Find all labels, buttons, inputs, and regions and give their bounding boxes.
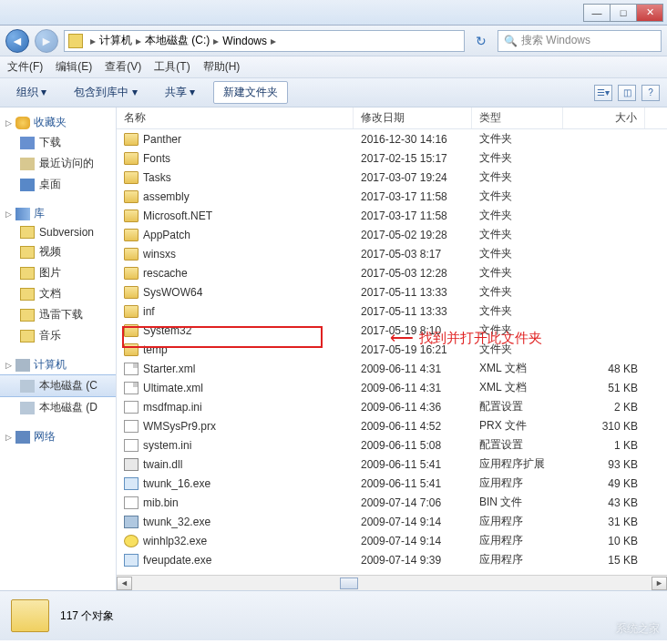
view-mode-button[interactable]: ☰▾ [594, 85, 612, 101]
table-row[interactable]: inf2017-05-11 13:33文件夹 [117, 302, 667, 321]
folder-icon [124, 152, 139, 165]
help-icon [124, 535, 139, 547]
table-row[interactable]: system.ini2009-06-11 5:08配置设置1 KB [117, 435, 667, 455]
folder-icon [124, 305, 139, 318]
search-icon: 🔍 [504, 35, 518, 47]
file-name: Microsoft.NET [143, 210, 212, 222]
table-row[interactable]: Tasks2017-03-07 19:24文件夹 [117, 168, 667, 187]
file-size: 10 KB [563, 535, 645, 547]
file-size: 43 KB [563, 496, 645, 509]
disk-icon [20, 402, 35, 414]
folder-icon [124, 324, 139, 337]
scroll-left-button[interactable]: ◄ [117, 577, 132, 590]
table-row[interactable]: winhlp32.exe2009-07-14 9:14应用程序10 KB [117, 531, 667, 550]
menu-help[interactable]: 帮助(H) [203, 59, 241, 75]
file-list: 名称 修改日期 类型 大小 ⟵ 找到并打开此文件夹 Panther2016-12… [117, 107, 667, 590]
prx-icon [124, 420, 139, 433]
file-type: 文件夹 [472, 150, 563, 166]
file-date: 2017-05-03 12:28 [354, 267, 472, 280]
horizontal-scrollbar[interactable]: ◄ ► [117, 575, 667, 590]
sidebar-favorites[interactable]: ▷收藏夹 [0, 113, 116, 132]
share-button[interactable]: 共享 ▾ [156, 82, 204, 103]
sidebar-item-documents[interactable]: 文档 [0, 283, 116, 304]
table-row[interactable]: Microsoft.NET2017-03-17 11:58文件夹 [117, 206, 667, 225]
sidebar-item-downloads[interactable]: 下载 [0, 132, 116, 153]
col-size[interactable]: 大小 [563, 107, 645, 128]
picture-icon [20, 267, 35, 280]
table-row[interactable]: twunk_16.exe2009-06-11 5:41应用程序49 KB [117, 474, 667, 493]
back-button[interactable]: ◄ [5, 29, 29, 53]
table-row[interactable]: WMSysPr9.prx2009-06-11 4:52PRX 文件310 KB [117, 416, 667, 435]
search-input[interactable]: 🔍 搜索 Windows [498, 30, 662, 52]
table-row[interactable]: Fonts2017-02-15 15:17文件夹 [117, 148, 667, 168]
table-row[interactable]: AppPatch2017-05-02 19:28文件夹 [117, 225, 667, 244]
new-folder-button[interactable]: 新建文件夹 [213, 81, 288, 104]
breadcrumb-sep: ▸ [136, 35, 141, 47]
menu-tools[interactable]: 工具(T) [154, 59, 190, 75]
menu-view[interactable]: 查看(V) [105, 59, 141, 75]
sidebar-network[interactable]: ▷网络 [0, 427, 116, 446]
ini-icon [124, 401, 139, 414]
table-row[interactable]: Ultimate.xml2009-06-11 4:31XML 文档51 KB [117, 378, 667, 397]
table-row[interactable]: twunk_32.exe2009-07-14 9:14应用程序31 KB [117, 512, 667, 531]
sidebar-item-disk-c[interactable]: 本地磁盘 (C [0, 374, 116, 397]
sidebar-computer[interactable]: ▷计算机 [0, 355, 116, 374]
table-row[interactable]: SysWOW642017-05-11 13:33文件夹 [117, 282, 667, 302]
sidebar-item-music[interactable]: 音乐 [0, 325, 116, 346]
desktop-icon [20, 179, 35, 191]
menu-file[interactable]: 文件(F) [7, 59, 43, 75]
recent-icon [20, 158, 35, 170]
col-date[interactable]: 修改日期 [354, 107, 472, 128]
minimize-button[interactable]: — [583, 4, 611, 22]
menu-edit[interactable]: 编辑(E) [56, 59, 92, 75]
sidebar-item-desktop[interactable]: 桌面 [0, 174, 116, 195]
sidebar-item-svn[interactable]: Subversion [0, 223, 116, 241]
help-button[interactable]: ? [641, 85, 660, 101]
sidebar-item-recent[interactable]: 最近访问的 [0, 153, 116, 174]
refresh-button[interactable]: ↻ [470, 30, 492, 52]
scroll-track[interactable] [132, 577, 652, 590]
scroll-thumb[interactable] [340, 578, 358, 589]
file-date: 2017-05-02 19:28 [354, 229, 472, 241]
breadcrumb[interactable]: ▸ 计算机 ▸ 本地磁盘 (C:) ▸ Windows ▸ [64, 30, 465, 52]
file-type: 应用程序 [472, 533, 563, 548]
file-date: 2009-07-14 9:14 [354, 516, 472, 528]
close-button[interactable]: ✕ [636, 4, 663, 22]
maximize-button[interactable]: □ [610, 4, 637, 22]
table-row[interactable]: Starter.xml2009-06-11 4:31XML 文档48 KB [117, 359, 667, 378]
col-name[interactable]: 名称 [117, 107, 354, 128]
file-name: AppPatch [143, 229, 190, 241]
disk-icon [20, 380, 35, 393]
sidebar-item-xunlei[interactable]: 迅雷下载 [0, 304, 116, 325]
table-row[interactable]: Panther2016-12-30 14:16文件夹 [117, 129, 667, 148]
table-row[interactable]: rescache2017-05-03 12:28文件夹 [117, 263, 667, 282]
table-row[interactable]: fveupdate.exe2009-07-14 9:39应用程序15 KB [117, 550, 667, 569]
breadcrumb-seg[interactable]: 计算机 [99, 33, 132, 48]
sidebar-item-videos[interactable]: 视频 [0, 241, 116, 262]
preview-pane-button[interactable]: ◫ [618, 85, 636, 101]
breadcrumb-seg[interactable]: 本地磁盘 (C:) [145, 33, 210, 48]
breadcrumb-seg[interactable]: Windows [222, 35, 267, 47]
sidebar-item-pictures[interactable]: 图片 [0, 262, 116, 283]
dll-icon [124, 458, 139, 471]
table-row[interactable]: msdfmap.ini2009-06-11 4:36配置设置2 KB [117, 397, 667, 416]
file-type: 文件夹 [472, 284, 563, 300]
forward-button[interactable]: ► [35, 29, 58, 53]
toolbar: 组织 ▾ 包含到库中 ▾ 共享 ▾ 新建文件夹 ☰▾ ◫ ? [0, 78, 667, 107]
file-date: 2009-06-11 4:36 [354, 401, 472, 414]
include-button[interactable]: 包含到库中 ▾ [65, 82, 146, 103]
sidebar-libraries[interactable]: ▷库 [0, 204, 116, 223]
file-size: 310 KB [563, 420, 645, 433]
table-row[interactable]: winsxs2017-05-03 8:17文件夹 [117, 244, 667, 263]
arrow-left-icon: ⟵ [390, 328, 414, 348]
file-date: 2009-07-14 9:14 [354, 535, 472, 547]
table-row[interactable]: mib.bin2009-07-14 7:06BIN 文件43 KB [117, 493, 667, 512]
col-type[interactable]: 类型 [472, 107, 563, 128]
table-row[interactable]: assembly2017-03-17 11:58文件夹 [117, 187, 667, 206]
scroll-right-button[interactable]: ► [652, 577, 667, 590]
organize-button[interactable]: 组织 ▾ [7, 82, 56, 103]
file-date: 2017-05-11 13:33 [354, 305, 472, 318]
sidebar-item-disk-d[interactable]: 本地磁盘 (D [0, 397, 116, 418]
table-row[interactable]: twain.dll2009-06-11 5:41应用程序扩展93 KB [117, 455, 667, 474]
statusbar: 117 个对象 [0, 590, 667, 640]
